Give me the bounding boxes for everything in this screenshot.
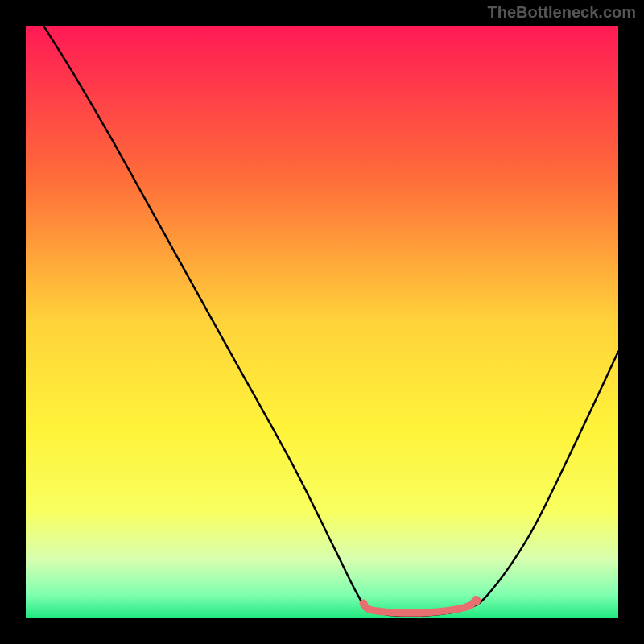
chart-svg: [26, 26, 618, 618]
plot-area: [26, 26, 618, 618]
attribution-text: TheBottleneck.com: [488, 3, 636, 22]
optimal-end-dot: [471, 596, 481, 605]
optimal-start-dot: [360, 600, 368, 608]
gradient-background: [26, 26, 618, 618]
chart-container: TheBottleneck.com: [0, 0, 644, 644]
